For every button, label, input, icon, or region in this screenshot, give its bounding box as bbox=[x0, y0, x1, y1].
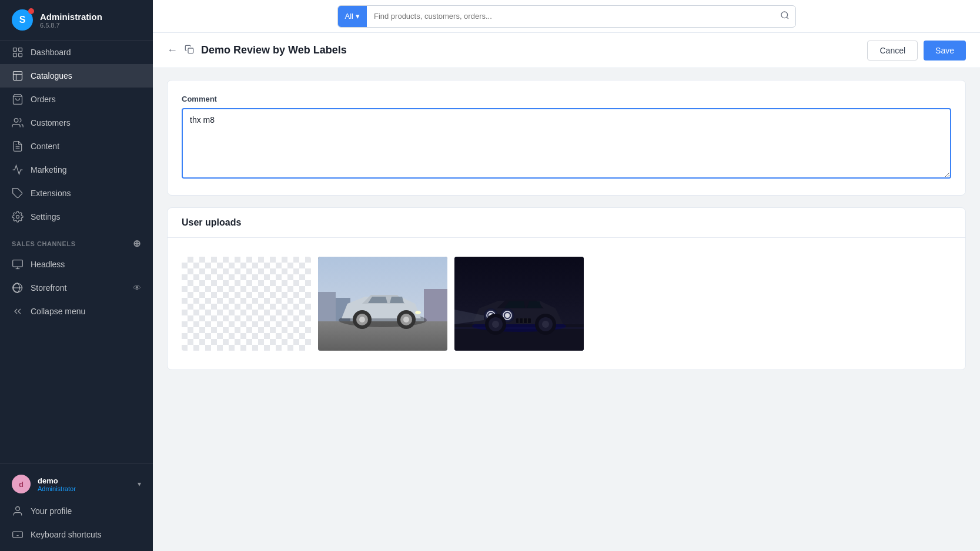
sidebar-item-orders[interactable]: Orders bbox=[0, 88, 153, 111]
sidebar-item-keyboard-shortcuts[interactable]: Keyboard shortcuts bbox=[0, 523, 153, 546]
sidebar-label-storefront: Storefront bbox=[31, 283, 66, 293]
sidebar-item-catalogues[interactable]: Catalogues bbox=[0, 64, 153, 88]
keyboard-icon bbox=[12, 529, 24, 540]
search-icon bbox=[780, 11, 790, 20]
sidebar-item-storefront[interactable]: Storefront 👁 bbox=[0, 276, 153, 300]
page-header: ← Demo Review by Web Labels Cancel Save bbox=[153, 33, 980, 68]
customers-icon bbox=[12, 117, 24, 129]
upload-placeholder bbox=[182, 257, 311, 351]
orders-icon bbox=[12, 93, 24, 105]
svg-point-8 bbox=[14, 119, 18, 123]
user-avatar: d bbox=[12, 475, 31, 493]
sidebar-item-customers[interactable]: Customers bbox=[0, 111, 153, 135]
content-icon bbox=[12, 140, 24, 152]
sidebar-label-headless: Headless bbox=[31, 260, 65, 269]
search-all-button[interactable]: All ▾ bbox=[338, 6, 367, 27]
sidebar-label-settings: Settings bbox=[31, 212, 61, 221]
storefront-icon bbox=[12, 282, 24, 294]
search-container: All ▾ bbox=[337, 5, 796, 28]
comment-card-inner: Comment thx m8 bbox=[168, 80, 965, 195]
sales-channels-section: Sales Channels ⊕ bbox=[0, 229, 153, 253]
search-submit-button[interactable] bbox=[774, 7, 795, 25]
sidebar-item-marketing[interactable]: Marketing bbox=[0, 158, 153, 182]
storefront-eye-icon[interactable]: 👁 bbox=[133, 283, 141, 293]
extensions-icon bbox=[12, 187, 24, 199]
sidebar-item-dashboard[interactable]: Dashboard bbox=[0, 41, 153, 64]
sidebar-item-your-profile[interactable]: Your profile bbox=[0, 499, 153, 523]
sidebar-label-extensions: Extensions bbox=[31, 189, 71, 198]
page-header-actions: Cancel Save bbox=[867, 41, 966, 61]
user-section[interactable]: d demo Administrator ▾ bbox=[0, 469, 153, 499]
cancel-button[interactable]: Cancel bbox=[867, 41, 918, 61]
user-info: demo Administrator bbox=[38, 476, 131, 492]
svg-point-58 bbox=[492, 321, 499, 328]
svg-point-41 bbox=[415, 311, 421, 314]
svg-rect-0 bbox=[14, 48, 17, 52]
sidebar-label-dashboard: Dashboard bbox=[31, 48, 71, 57]
comment-textarea[interactable]: thx m8 bbox=[182, 108, 951, 179]
page-title: Demo Review by Web Labels bbox=[201, 44, 347, 56]
search-input[interactable] bbox=[367, 8, 774, 24]
dashboard-icon bbox=[12, 46, 24, 58]
sidebar-item-content[interactable]: Content bbox=[0, 135, 153, 158]
sidebar-label-profile: Your profile bbox=[31, 506, 72, 516]
svg-rect-3 bbox=[19, 53, 22, 57]
page-header-left: ← Demo Review by Web Labels bbox=[167, 44, 347, 56]
add-sales-channel-icon[interactable]: ⊕ bbox=[133, 238, 141, 249]
svg-rect-31 bbox=[318, 292, 336, 321]
svg-rect-33 bbox=[424, 289, 447, 321]
sidebar-label-customers: Customers bbox=[31, 118, 71, 127]
svg-rect-4 bbox=[14, 72, 22, 80]
svg-line-27 bbox=[787, 17, 788, 19]
sidebar-item-collapse[interactable]: Collapse menu bbox=[0, 300, 153, 323]
svg-rect-18 bbox=[13, 532, 23, 537]
logo-text: Administration 6.5.8.7 bbox=[40, 12, 102, 29]
copy-icon bbox=[185, 45, 194, 54]
main-content: All ▾ ← Demo Review by Web Labels Cancel… bbox=[153, 0, 980, 551]
sidebar: S Administration 6.5.8.7 Dashboard Catal… bbox=[0, 0, 153, 551]
catalogues-icon bbox=[12, 70, 24, 82]
uploads-section-title: User uploads bbox=[168, 208, 965, 238]
sidebar-label-catalogues: Catalogues bbox=[31, 71, 72, 80]
svg-rect-2 bbox=[14, 53, 17, 57]
copy-button[interactable] bbox=[185, 45, 194, 56]
sidebar-label-keyboard-shortcuts: Keyboard shortcuts bbox=[31, 530, 102, 539]
svg-point-40 bbox=[403, 317, 409, 322]
svg-point-17 bbox=[16, 507, 20, 511]
marketing-icon bbox=[12, 164, 24, 176]
user-role: Administrator bbox=[38, 485, 131, 492]
topbar: All ▾ bbox=[153, 0, 980, 33]
sidebar-item-headless[interactable]: Headless bbox=[0, 253, 153, 276]
svg-rect-28 bbox=[188, 48, 193, 53]
sidebar-label-orders: Orders bbox=[31, 95, 56, 104]
svg-rect-13 bbox=[13, 260, 23, 267]
sidebar-logo: S Administration 6.5.8.7 bbox=[0, 0, 153, 41]
uploads-card: User uploads bbox=[167, 207, 966, 370]
upload-image-1[interactable] bbox=[318, 257, 447, 351]
logo-notification-dot bbox=[28, 8, 34, 14]
comment-label: Comment bbox=[182, 95, 951, 103]
uploads-inner bbox=[168, 238, 965, 369]
sidebar-item-extensions[interactable]: Extensions bbox=[0, 182, 153, 205]
car-image-svg-2 bbox=[454, 257, 584, 351]
user-name: demo bbox=[38, 476, 131, 485]
upload-image-2[interactable] bbox=[454, 257, 584, 351]
search-dropdown-icon: ▾ bbox=[356, 12, 360, 21]
svg-point-26 bbox=[781, 12, 788, 18]
comment-card: Comment thx m8 bbox=[167, 80, 966, 196]
save-button[interactable]: Save bbox=[924, 41, 966, 61]
collapse-icon bbox=[12, 305, 24, 317]
sidebar-label-marketing: Marketing bbox=[31, 165, 66, 174]
logo-icon: S bbox=[12, 9, 33, 31]
back-button[interactable]: ← bbox=[167, 44, 178, 56]
content-area: Comment thx m8 User uploads bbox=[153, 68, 980, 551]
settings-icon bbox=[12, 211, 24, 223]
svg-point-12 bbox=[16, 216, 19, 219]
user-chevron-icon: ▾ bbox=[138, 480, 141, 488]
car-image-svg-1 bbox=[318, 257, 447, 351]
sidebar-item-settings[interactable]: Settings bbox=[0, 205, 153, 229]
svg-point-37 bbox=[359, 317, 365, 322]
uploads-row bbox=[182, 250, 951, 358]
sidebar-bottom: d demo Administrator ▾ Your profile Keyb… bbox=[0, 463, 153, 551]
profile-icon bbox=[12, 505, 24, 517]
